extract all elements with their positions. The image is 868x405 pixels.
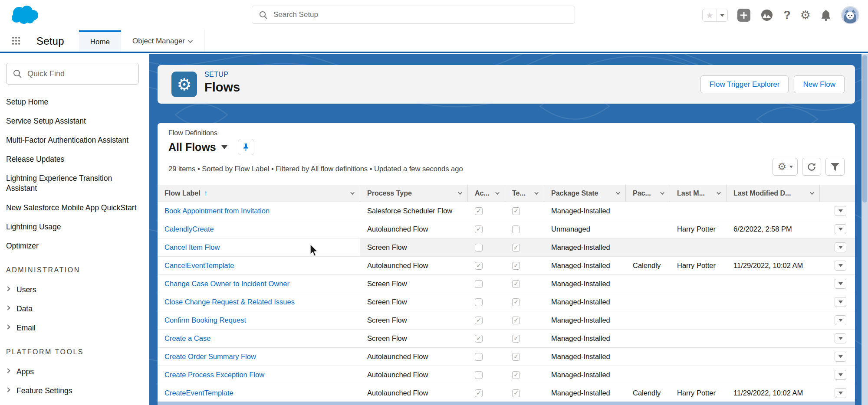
- pin-list-view-button[interactable]: [238, 139, 254, 155]
- flow-label-link[interactable]: CreateEventTemplate: [164, 389, 233, 397]
- favorites-star-icon[interactable]: ★: [702, 9, 717, 22]
- new-flow-button[interactable]: New Flow: [794, 75, 845, 93]
- flow-label-link[interactable]: CalendlyCreate: [164, 225, 214, 233]
- flow-trigger-explorer-button[interactable]: Flow Trigger Explorer: [700, 75, 789, 93]
- caret-down-icon: [838, 319, 843, 322]
- caret-down-icon: [838, 228, 843, 231]
- chevron-down-icon[interactable]: [350, 190, 355, 195]
- chevron-down-icon[interactable]: [495, 190, 500, 195]
- process-type-cell: Screen Flow: [360, 311, 468, 329]
- tab-object-manager[interactable]: Object Manager: [121, 30, 204, 52]
- chevron-down-icon[interactable]: [660, 190, 664, 195]
- chevron-down-icon[interactable]: [534, 190, 539, 195]
- gear-icon[interactable]: ⚙: [800, 10, 811, 21]
- sidebar-item[interactable]: Setup Home: [6, 97, 139, 107]
- chevron-down-icon[interactable]: [810, 190, 814, 195]
- column-header[interactable]: Te...: [505, 185, 544, 202]
- vertical-scrollbar[interactable]: [861, 54, 868, 405]
- sidebar-item[interactable]: Apps: [6, 367, 139, 377]
- sidebar-item[interactable]: Feature Settings: [6, 386, 139, 396]
- row-actions-button[interactable]: [835, 297, 846, 307]
- list-display-settings-button[interactable]: ⚙: [773, 158, 798, 176]
- sidebar-item[interactable]: Data: [6, 304, 139, 314]
- template-cell: [505, 330, 544, 347]
- flow-label-link[interactable]: Change Case Owner to Incident Owner: [164, 280, 289, 288]
- row-actions-button[interactable]: [835, 315, 846, 325]
- salesforce-logo[interactable]: [8, 3, 45, 28]
- sidebar-item[interactable]: Service Setup Assistant: [6, 116, 139, 126]
- sidebar-item[interactable]: Email: [6, 323, 139, 333]
- row-actions-button[interactable]: [835, 352, 846, 362]
- sidebar-item[interactable]: Lightning Experience Transition Assistan…: [6, 173, 139, 193]
- column-header-label: Ac...: [475, 189, 490, 197]
- sidebar-item[interactable]: Users: [6, 285, 139, 295]
- sidebar-item[interactable]: Multi-Factor Authentication Assistant: [6, 135, 139, 145]
- row-actions-cell: [820, 220, 855, 238]
- row-actions-button[interactable]: [835, 388, 846, 398]
- table-row: Create a CaseScreen FlowManaged-Installe…: [158, 330, 855, 348]
- tab-home[interactable]: Home: [79, 30, 121, 52]
- process-type-cell: Autolaunched Flow: [360, 348, 468, 366]
- flow-label-link[interactable]: Confirm Booking Request: [164, 316, 246, 324]
- column-header[interactable]: Pac...: [626, 185, 670, 202]
- active-checkbox: [475, 262, 483, 270]
- process-type-cell: Screen Flow: [360, 293, 468, 311]
- flow-label-link[interactable]: Cancel Item Flow: [164, 243, 220, 251]
- row-actions-button[interactable]: [835, 224, 846, 234]
- package-name-cell: Calendly: [626, 384, 670, 402]
- flow-label-link[interactable]: Book Appointment from Invitation: [164, 207, 270, 215]
- flow-label-link[interactable]: Create Process Exception Flow: [164, 371, 264, 379]
- row-actions-button[interactable]: [835, 242, 846, 252]
- filter-button[interactable]: [825, 158, 845, 176]
- view-selector[interactable]: All Flows: [168, 141, 216, 154]
- plus-icon[interactable]: [737, 9, 750, 22]
- trailhead-icon[interactable]: [760, 8, 774, 22]
- sidebar-item-label: New Salesforce Mobile App QuickStart: [6, 203, 137, 213]
- row-actions-button[interactable]: [835, 370, 846, 380]
- quick-find-input[interactable]: [27, 69, 135, 78]
- refresh-button[interactable]: [802, 158, 821, 176]
- column-header[interactable]: Package State: [544, 185, 626, 202]
- question-icon[interactable]: ?: [783, 10, 791, 21]
- global-search-input[interactable]: [273, 10, 575, 19]
- view-selector-caret-icon[interactable]: [221, 145, 227, 149]
- column-header[interactable]: Ac...: [468, 185, 505, 202]
- flow-label-link[interactable]: Close Change Request & Related Issues: [164, 298, 295, 306]
- column-header[interactable]: Process Type: [360, 185, 468, 202]
- row-actions-button[interactable]: [835, 261, 846, 271]
- flow-label-link[interactable]: Create Order Summary Flow: [164, 353, 256, 361]
- chevron-down-icon: [188, 38, 193, 42]
- global-search[interactable]: [252, 6, 575, 24]
- active-checkbox: [475, 280, 483, 288]
- app-launcher-icon[interactable]: [12, 37, 21, 46]
- chevron-down-icon[interactable]: [616, 190, 620, 195]
- quick-find-search[interactable]: [6, 63, 139, 85]
- sidebar-item[interactable]: Optimizer: [6, 241, 139, 251]
- column-header[interactable]: Last M...: [670, 185, 727, 202]
- chevron-down-icon[interactable]: [717, 190, 721, 195]
- package-name-cell: [626, 330, 670, 347]
- caret-down-icon: [838, 264, 843, 267]
- sidebar-item-label: Multi-Factor Authentication Assistant: [6, 135, 128, 145]
- user-avatar[interactable]: [841, 6, 859, 24]
- last-modified-date-cell: [727, 238, 820, 256]
- row-actions-button[interactable]: [835, 206, 846, 216]
- row-actions-button[interactable]: [835, 333, 846, 343]
- filter-icon: [830, 163, 840, 171]
- sidebar-item[interactable]: New Salesforce Mobile App QuickStart: [6, 203, 139, 213]
- horizontal-scrollbar[interactable]: [158, 402, 855, 405]
- table-body: Book Appointment from InvitationSalesfor…: [158, 202, 855, 402]
- flow-label-link[interactable]: Create a Case: [164, 334, 210, 343]
- flow-label-link[interactable]: CancelEventTemplate: [164, 261, 234, 270]
- sidebar-item[interactable]: Lightning Usage: [6, 222, 139, 232]
- bell-icon[interactable]: [820, 9, 832, 21]
- chevron-down-icon[interactable]: [458, 190, 462, 195]
- active-cell: [468, 311, 505, 329]
- flows-table: Flow Label↑Process TypeAc...Te...Package…: [158, 185, 855, 402]
- column-header-label: Flow Label: [164, 189, 201, 197]
- sidebar-item[interactable]: Release Updates: [6, 154, 139, 164]
- column-header[interactable]: Flow Label↑: [158, 185, 360, 202]
- row-actions-button[interactable]: [835, 279, 846, 289]
- column-header[interactable]: Last Modified D...: [727, 185, 820, 202]
- favorites-dropdown-icon[interactable]: [717, 9, 728, 22]
